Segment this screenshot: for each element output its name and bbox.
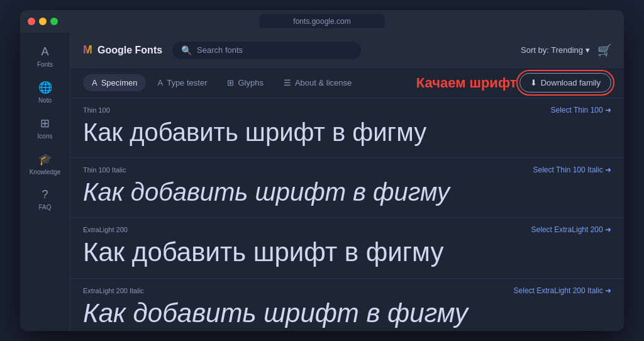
cart-icon: 🛒	[597, 44, 611, 57]
sidebar-label-knowledge: Knowledge	[30, 169, 60, 176]
url-text: fonts.google.com	[293, 17, 350, 26]
noto-icon: 🌐	[38, 81, 52, 94]
font-style-label: Thin 100	[83, 106, 110, 114]
tab-glyphs-label: Glyphs	[238, 78, 263, 87]
logo-text: Google Fonts	[97, 45, 162, 56]
sidebar-item-fonts[interactable]: A Fonts	[23, 40, 67, 73]
font-entry-thin-100: Thin 100 Select Thin 100 ➜ Как добавить …	[70, 98, 624, 158]
select-font-link-thin-100[interactable]: Select Thin 100 ➜	[550, 106, 611, 115]
sidebar-item-icons[interactable]: ⊞ Icons	[23, 111, 67, 145]
url-bar[interactable]: fonts.google.com	[259, 14, 385, 28]
sidebar-label-noto: Noto	[38, 97, 52, 104]
font-style-label: Thin 100 Italic	[83, 166, 126, 174]
font-entry-header: Thin 100 Italic Select Thin 100 Italic ➜	[83, 165, 611, 174]
knowledge-icon: 🎓	[38, 152, 52, 166]
select-font-link-thin-100-italic[interactable]: Select Thin 100 Italic ➜	[533, 165, 611, 174]
tab-type-tester[interactable]: A Type tester	[148, 74, 216, 91]
page-header: M Google Fonts 🔍 Sort by: Trending ▾ 🛒	[70, 33, 624, 68]
type-tester-icon: A	[157, 78, 163, 87]
tab-glyphs[interactable]: ⊞ Glyphs	[218, 74, 272, 91]
specimen-icon: A	[92, 78, 97, 87]
download-button-label: Download family	[541, 78, 601, 87]
sort-label: Sort by: Trending	[521, 45, 583, 55]
font-style-label: ExtraLight 200 Italic	[83, 287, 144, 294]
tab-bar: A Specimen A Type tester ⊞ Glyphs ☰ Abou…	[70, 68, 624, 98]
font-preview-thin-100-italic: Как добавить шрифт в фигму	[83, 177, 611, 207]
sidebar-label-faq: FAQ	[38, 204, 51, 211]
about-icon: ☰	[284, 78, 291, 87]
search-icon: 🔍	[181, 45, 192, 55]
tab-about-label: About & license	[295, 78, 352, 87]
font-entry-extralight-200-italic: ExtraLight 200 Italic Select ExtraLight …	[70, 279, 624, 331]
font-entry-thin-100-italic: Thin 100 Italic Select Thin 100 Italic ➜…	[70, 158, 624, 218]
font-preview-extralight-200: Как добавить шрифт в фигму	[83, 237, 611, 268]
search-input[interactable]	[197, 45, 352, 55]
font-list: Thin 100 Select Thin 100 ➜ Как добавить …	[70, 98, 624, 331]
minimize-button[interactable]	[39, 18, 47, 25]
select-font-link-extralight-200[interactable]: Select ExtraLight 200 ➜	[531, 225, 611, 234]
search-bar[interactable]: 🔍	[172, 42, 361, 59]
sort-arrow-icon: ▾	[586, 45, 590, 55]
sidebar-item-knowledge[interactable]: 🎓 Knowledge	[23, 147, 67, 181]
font-entry-header: Thin 100 Select Thin 100 ➜	[83, 106, 611, 115]
select-font-link-extralight-200-italic[interactable]: Select ExtraLight 200 Italic ➜	[514, 286, 611, 295]
tab-specimen[interactable]: A Specimen	[83, 74, 146, 91]
header-right: Sort by: Trending ▾ 🛒	[521, 43, 611, 57]
sort-button[interactable]: Sort by: Trending ▾	[521, 45, 590, 55]
sidebar-label-fonts: Fonts	[37, 61, 53, 68]
close-button[interactable]	[28, 18, 35, 25]
logo-icon: M	[83, 43, 92, 57]
logo: M Google Fonts	[83, 43, 162, 57]
sidebar-item-faq[interactable]: ? FAQ	[23, 183, 67, 216]
font-entry-extralight-200: ExtraLight 200 Select ExtraLight 200 ➜ К…	[70, 218, 624, 279]
icons-icon: ⊞	[40, 116, 50, 130]
download-icon: ⬇	[530, 78, 537, 87]
sidebar-label-icons: Icons	[38, 133, 53, 140]
maximize-button[interactable]	[50, 18, 58, 25]
traffic-lights	[28, 18, 58, 25]
fonts-icon: A	[41, 45, 48, 59]
tab-about[interactable]: ☰ About & license	[275, 74, 360, 91]
main-content: M Google Fonts 🔍 Sort by: Trending ▾ 🛒	[70, 33, 624, 331]
titlebar: fonts.google.com	[20, 10, 624, 33]
download-family-button[interactable]: ⬇ Download family	[519, 73, 611, 92]
font-preview-thin-100: Как добавить шрифт в фигму	[83, 117, 611, 147]
faq-icon: ?	[42, 188, 48, 201]
tab-type-tester-label: Type tester	[167, 78, 207, 87]
font-preview-extralight-200-italic: Как добавить шрифт в фигму	[83, 298, 611, 329]
font-style-label: ExtraLight 200	[83, 226, 128, 233]
cart-button[interactable]: 🛒	[597, 43, 611, 57]
sidebar: A Fonts 🌐 Noto ⊞ Icons 🎓 Knowledge ? FAQ	[20, 33, 70, 331]
sidebar-item-noto[interactable]: 🌐 Noto	[23, 75, 67, 109]
annotation-text: Качаем шрифт	[416, 75, 517, 91]
browser-window: fonts.google.com A Fonts 🌐 Noto ⊞ Icons …	[20, 10, 624, 331]
tab-specimen-label: Specimen	[101, 78, 138, 87]
font-entry-header: ExtraLight 200 Italic Select ExtraLight …	[83, 286, 611, 295]
font-entry-header: ExtraLight 200 Select ExtraLight 200 ➜	[83, 225, 611, 234]
glyphs-icon: ⊞	[227, 78, 234, 87]
app-body: A Fonts 🌐 Noto ⊞ Icons 🎓 Knowledge ? FAQ	[20, 33, 624, 331]
